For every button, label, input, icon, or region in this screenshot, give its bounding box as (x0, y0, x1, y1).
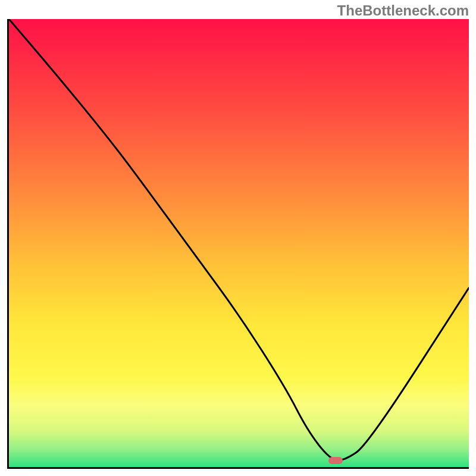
chart-container: TheBottleneck.com (0, 0, 476, 476)
plot-area (7, 19, 469, 469)
chart-curve (9, 19, 469, 467)
highlight-marker (328, 457, 343, 464)
watermark-text: TheBottleneck.com (337, 2, 469, 19)
